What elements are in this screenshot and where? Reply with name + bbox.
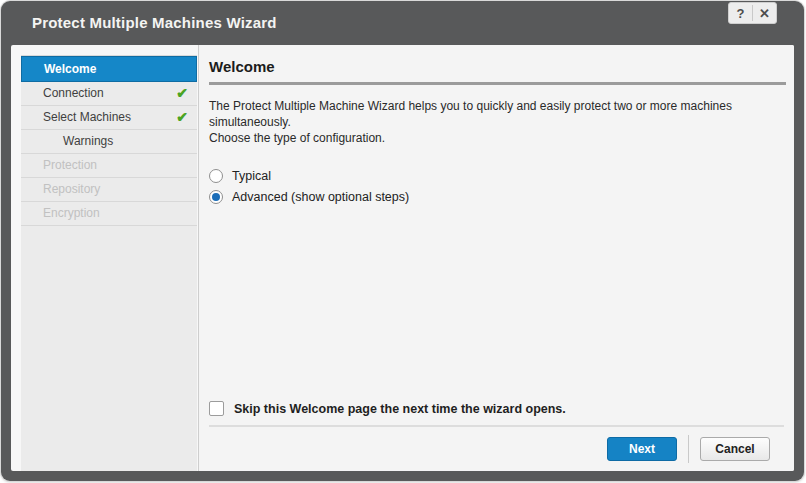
sidebar-item-label: Repository [43, 182, 100, 196]
window-title: Protect Multiple Machines Wizard [32, 14, 277, 31]
step-complete-check-icon: ✔ [176, 106, 188, 129]
heading-rule [209, 82, 786, 85]
page-title: Welcome [209, 58, 786, 75]
radio-option-advanced[interactable]: Advanced (show optional steps) [209, 186, 786, 207]
sidebar-item-repository: Repository [21, 178, 197, 202]
skip-welcome-row[interactable]: Skip this Welcome page the next time the… [209, 401, 786, 416]
sidebar-item-label: Welcome [44, 62, 96, 76]
description-line: The Protect Multiple Machine Wizard help… [209, 98, 786, 114]
description-line: simultaneously. [209, 114, 786, 130]
radio-option-typical[interactable]: Typical [209, 165, 786, 186]
welcome-pane: Welcome The Protect Multiple Machine Wiz… [199, 45, 794, 471]
sidebar-item-protection: Protection [21, 154, 197, 178]
close-button[interactable]: ✕ [753, 3, 776, 23]
wizard-window: Protect Multiple Machines Wizard ? ✕ Wel… [1, 1, 804, 481]
button-divider [688, 435, 689, 463]
button-bar: Next Cancel [209, 427, 786, 471]
next-button[interactable]: Next [607, 437, 677, 461]
radio-option-label: Advanced (show optional steps) [232, 190, 409, 204]
sidebar-item-label: Connection [43, 86, 104, 100]
sidebar-item-label: Select Machines [43, 110, 131, 124]
sidebar-item-encryption: Encryption [21, 202, 197, 226]
radio-unselected-icon[interactable] [209, 169, 223, 183]
radio-option-label: Typical [232, 169, 271, 183]
sidebar-item-warnings[interactable]: Warnings [21, 130, 197, 154]
title-bar: Protect Multiple Machines Wizard [1, 1, 804, 45]
configuration-options: TypicalAdvanced (show optional steps) [209, 165, 786, 207]
cancel-button[interactable]: Cancel [700, 437, 770, 461]
sidebar-item-connection[interactable]: Connection✔ [21, 82, 197, 106]
sidebar-item-welcome[interactable]: Welcome [21, 56, 197, 82]
skip-welcome-label: Skip this Welcome page the next time the… [234, 402, 566, 416]
description-line: Choose the type of configuration. [209, 130, 786, 146]
sidebar-item-select-machines[interactable]: Select Machines✔ [21, 106, 197, 130]
dialog-body: WelcomeConnection✔Select Machines✔Warnin… [11, 45, 794, 471]
sidebar-item-label: Encryption [43, 206, 100, 220]
flex-spacer [209, 207, 786, 401]
screen: Protect Multiple Machines Wizard ? ✕ Wel… [0, 0, 806, 483]
sidebar-item-label: Warnings [63, 134, 113, 148]
help-button[interactable]: ? [729, 3, 752, 23]
wizard-steps-sidebar: WelcomeConnection✔Select Machines✔Warnin… [21, 55, 197, 471]
window-controls: ? ✕ [728, 2, 777, 24]
skip-welcome-checkbox[interactable] [209, 401, 224, 416]
step-complete-check-icon: ✔ [176, 82, 188, 105]
radio-selected-icon[interactable] [209, 190, 223, 204]
sidebar-item-label: Protection [43, 158, 97, 172]
